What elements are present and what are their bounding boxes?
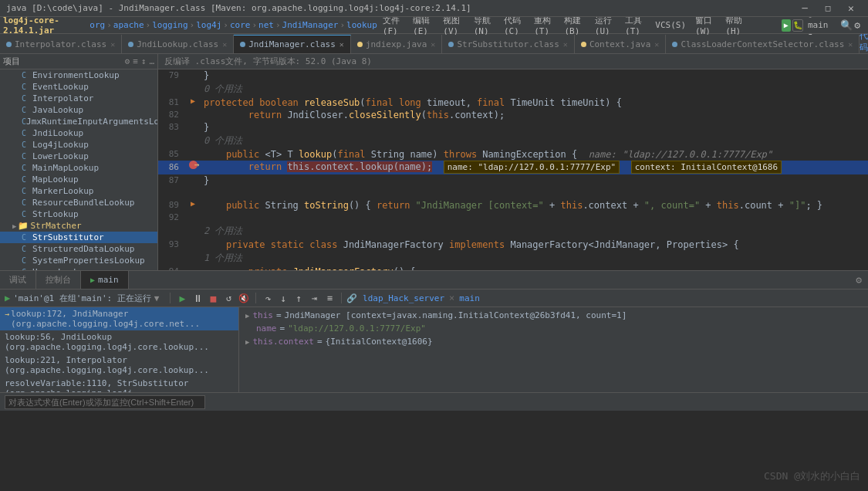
tree-item-resourcebundlelookup[interactable]: C ResourceBundleLookup <box>0 197 157 208</box>
nav-logging[interactable]: logging <box>152 20 187 30</box>
tab-jndilookup-close[interactable]: ✕ <box>222 40 227 49</box>
debug-button[interactable]: 🐛 <box>792 19 803 32</box>
tree-item-systempropertieslookup[interactable]: C SystemPropertiesLookup <box>0 255 157 266</box>
sidebar-sort-icon[interactable]: ↕ <box>141 56 147 66</box>
resume-button[interactable]: ▶ <box>175 291 189 305</box>
tree-item-markerlookup[interactable]: C MarkerLookup <box>0 185 157 197</box>
tab-jndilookup[interactable]: JndiLookup.class ✕ <box>122 35 234 53</box>
tree-item-jndilookup[interactable]: C JndiLookup <box>0 127 157 139</box>
run-button[interactable]: ▶ <box>782 19 791 32</box>
maximize-button[interactable]: □ <box>817 0 839 17</box>
settings-icon[interactable]: ⚙ <box>854 19 860 31</box>
tree-item-upperlookup[interactable]: C UpperLookup <box>0 266 157 270</box>
tabs-bar: Interpolator.class ✕ JndiLookup.class ✕ … <box>0 34 868 54</box>
search-icon[interactable]: 🔍 <box>840 19 853 31</box>
ldap-server-label: 🔗 ldap_Hack_server <box>346 293 444 303</box>
menu-window[interactable]: 窗口(W) <box>691 14 720 37</box>
menu-nav[interactable]: 导航(N) <box>470 14 498 37</box>
tree-item-strlookup[interactable]: C StrLookup <box>0 208 157 220</box>
menu-edit[interactable]: 编辑(E) <box>409 14 437 37</box>
step-over-button[interactable]: ↷ <box>261 291 275 305</box>
run-to-cursor-button[interactable]: ⇥ <box>307 291 321 305</box>
sidebar-layout-icon[interactable]: ≡ <box>133 56 138 66</box>
tab-context-close[interactable]: ✕ <box>654 40 659 49</box>
var-name-field[interactable]: name = "ldap://127.0.0.1:7777/Exp" <box>242 322 865 335</box>
tree-item-javalookup[interactable]: C JavaLookup <box>0 104 157 116</box>
tab-jndimanager-close[interactable]: ✕ <box>339 40 344 49</box>
step-into-button[interactable]: ↓ <box>276 291 290 305</box>
nav-net[interactable]: net <box>258 20 274 30</box>
tab-jndiexp-close[interactable]: ✕ <box>431 40 435 49</box>
nav-jndimanager[interactable]: JndiManager <box>282 20 339 30</box>
sidebar-more-icon[interactable]: … <box>149 56 154 66</box>
tab-strsubstitutor-close[interactable]: ✕ <box>563 40 568 49</box>
bottom-settings-icon[interactable]: ⚙ <box>849 274 868 286</box>
stop-button[interactable]: ■ <box>206 291 220 305</box>
var-expand-icon3[interactable]: ▶ <box>245 338 249 346</box>
close-button[interactable]: ✕ <box>840 0 862 17</box>
stack-item-jndimanager[interactable]: → lookup:172, JndiManager (org.apache.lo… <box>0 307 238 330</box>
download-code-button[interactable]: 下载代码 <box>860 34 868 53</box>
tab-main[interactable]: ▶ main <box>81 271 129 289</box>
class-icon: C <box>22 71 32 80</box>
step-out-button[interactable]: ↑ <box>292 291 306 305</box>
tree-item-log4jlookup[interactable]: C Log4jLookup <box>0 139 157 151</box>
menu-file[interactable]: 文件(F) <box>379 14 407 37</box>
sidebar-gear-icon[interactable]: ⚙ <box>125 56 130 66</box>
tab-jndimanager[interactable]: JndiManager.class ✕ <box>234 35 351 53</box>
stack-item-resolvevariable[interactable]: resolveVariable:1110, StrSubstitutor (or… <box>0 377 238 392</box>
tab-context[interactable]: Context.java ✕ <box>575 35 667 53</box>
line-content: 2 个用法 <box>201 224 245 239</box>
evaluate-button[interactable]: ≡ <box>323 291 336 305</box>
menu-vcs[interactable]: VCS(S) <box>651 19 690 31</box>
tree-item-eventlookup[interactable]: C EventLookup <box>0 81 157 93</box>
minimize-button[interactable]: ─ <box>794 0 816 17</box>
tree-item-interpolator[interactable]: C Interpolator <box>0 93 157 104</box>
stack-item-interpolator[interactable]: lookup:221, Interpolator (org.apache.log… <box>0 354 238 377</box>
pause-button[interactable]: ⏸ <box>191 291 204 305</box>
nav-org[interactable]: org <box>90 20 105 30</box>
tab-interpolator[interactable]: Interpolator.class ✕ <box>0 35 122 53</box>
mute-button[interactable]: 🔇 <box>237 291 251 305</box>
line-gutter-81: ▶ <box>185 97 201 105</box>
code-line-85: 85 public <T> T lookup(final String name… <box>158 148 868 161</box>
tree-item-structureddatalookup[interactable]: C StructuredDataLookup <box>0 243 157 255</box>
tab-context-label: Context.java <box>589 39 650 49</box>
menu-code[interactable]: 代码(C) <box>500 14 529 37</box>
menu-refactor[interactable]: 重构(T) <box>530 14 559 37</box>
var-expand-icon[interactable]: ▶ <box>245 312 249 320</box>
menu-help[interactable]: 帮助(H) <box>721 14 750 37</box>
menu-build[interactable]: 构建(B) <box>560 14 589 37</box>
run-config-dropdown[interactable]: ▼ <box>154 293 160 303</box>
restart-button[interactable]: ↺ <box>221 291 235 305</box>
nav-lookup[interactable]: lookup <box>346 20 377 30</box>
var-context[interactable]: ▶ this.context = {InitialContext@1606} <box>242 335 865 348</box>
nav-core[interactable]: core <box>230 20 251 30</box>
tab-classloadercontextselector[interactable]: ClassLoaderContextSelector.class ✕ <box>666 35 860 53</box>
tree-item-mainmaplookup[interactable]: C MainMapLookup <box>0 162 157 174</box>
stack-item-jndilookup[interactable]: lookup:56, JndiLookup (org.apache.loggin… <box>0 330 238 354</box>
var-this[interactable]: ▶ this = JndiManager [context=javax.nami… <box>242 309 865 322</box>
tree-item-jmxruntimeinputargumentslookup[interactable]: C JmxRuntimeInputArgumentsLookup <box>0 116 157 127</box>
line-number: 94 <box>158 266 185 270</box>
line-content: } <box>201 174 212 187</box>
nav-apache[interactable]: apache <box>113 20 144 30</box>
tab-console[interactable]: 控制台 <box>36 271 81 289</box>
tab-classloadercontextselector-close[interactable]: ✕ <box>848 40 853 49</box>
code-container[interactable]: 79 } 0 个用法 81 ▶ protected <box>158 69 868 270</box>
line-number: 86 <box>158 161 185 172</box>
tab-interpolator-close[interactable]: ✕ <box>110 40 115 49</box>
tree-item-lowerlookup[interactable]: C LowerLookup <box>0 151 157 162</box>
tree-item-maplookup[interactable]: C MapLookup <box>0 174 157 185</box>
menu-view[interactable]: 视图(V) <box>439 14 468 37</box>
menu-run[interactable]: 运行(U) <box>591 14 620 37</box>
nav-log4j[interactable]: log4j <box>196 20 221 30</box>
tree-item-strmatcher[interactable]: ▶ 📁 StrMatcher <box>0 220 157 232</box>
tree-item-strsubstitutor[interactable]: C StrSubstitutor <box>0 232 157 243</box>
tab-strsubstitutor[interactable]: StrSubstitutor.class ✕ <box>442 35 574 53</box>
tab-debug[interactable]: 调试 <box>0 271 36 289</box>
eval-input[interactable] <box>5 395 205 409</box>
tab-jndiexp[interactable]: jndiexp.java ✕ <box>351 35 443 53</box>
tree-item-environmentlookup[interactable]: C EnvironmentLookup <box>0 69 157 81</box>
menu-tools[interactable]: 工具(T) <box>621 14 650 37</box>
